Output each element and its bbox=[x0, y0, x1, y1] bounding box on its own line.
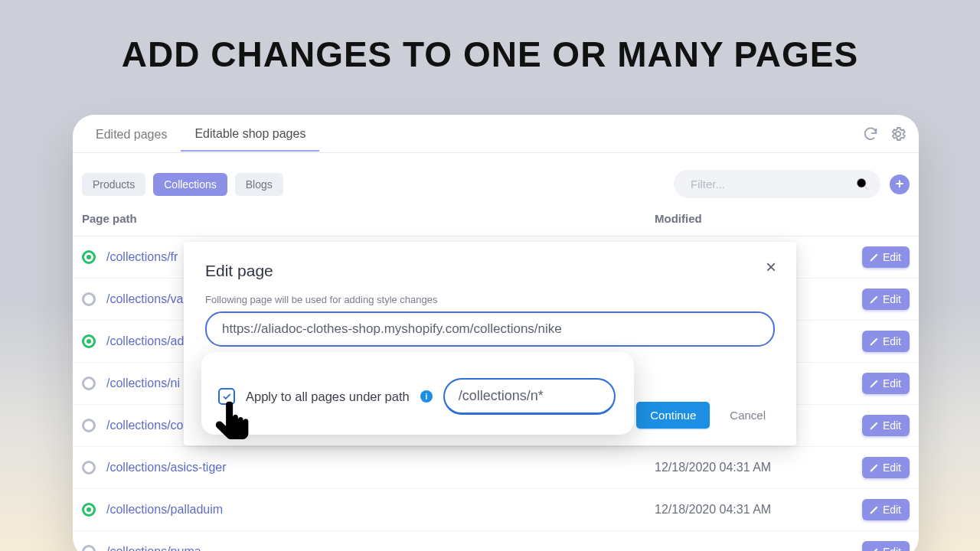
edit-label: Edit bbox=[883, 546, 901, 551]
edit-button[interactable]: Edit bbox=[862, 499, 910, 520]
dialog-close-button[interactable]: × bbox=[758, 254, 784, 280]
table-row: /collections/asics-tiger12/18/2020 04:31… bbox=[73, 447, 919, 489]
apply-path-card: Apply to all pages under path i bbox=[201, 352, 634, 435]
pencil-icon bbox=[869, 295, 879, 305]
row-path-text: /collections/ad bbox=[106, 334, 184, 348]
edit-button[interactable]: Edit bbox=[862, 541, 910, 551]
edit-label: Edit bbox=[883, 419, 901, 432]
apply-all-label: Apply to all pages under path bbox=[246, 390, 410, 404]
info-icon[interactable]: i bbox=[420, 390, 433, 403]
dialog-title: Edit page bbox=[205, 262, 775, 280]
dialog-hint: Following page will be used for adding s… bbox=[205, 294, 775, 305]
search-icon bbox=[854, 176, 870, 191]
chip-blogs[interactable]: Blogs bbox=[235, 173, 283, 196]
row-modified: 12/18/2020 04:31 AM bbox=[655, 503, 850, 517]
refresh-icon bbox=[862, 126, 879, 142]
row-path[interactable]: /collections/puma bbox=[82, 545, 655, 551]
row-path-text: /collections/palladuim bbox=[106, 503, 223, 517]
edit-label: Edit bbox=[883, 461, 901, 474]
row-path[interactable]: /collections/asics-tiger bbox=[82, 461, 655, 474]
status-indicator bbox=[82, 334, 96, 348]
status-indicator bbox=[82, 545, 96, 551]
chip-products[interactable]: Products bbox=[82, 173, 145, 196]
filter-input[interactable] bbox=[674, 170, 880, 198]
pencil-icon bbox=[869, 463, 879, 473]
page-url-input[interactable] bbox=[205, 311, 775, 347]
continue-button[interactable]: Continue bbox=[636, 402, 710, 429]
edit-label: Edit bbox=[883, 335, 901, 347]
pencil-icon bbox=[869, 505, 879, 515]
edit-button[interactable]: Edit bbox=[862, 415, 910, 436]
table-header: Page path Modified bbox=[73, 206, 919, 236]
apply-path-input[interactable] bbox=[443, 378, 616, 415]
edit-button[interactable]: Edit bbox=[862, 331, 910, 352]
hero-title: ADD CHANGES TO ONE OR MANY PAGES bbox=[0, 0, 980, 75]
svg-point-0 bbox=[857, 178, 866, 187]
pencil-icon bbox=[869, 547, 879, 552]
row-path-text: /collections/ni bbox=[106, 377, 180, 390]
row-path-text: /collections/asics-tiger bbox=[106, 461, 227, 474]
pencil-icon bbox=[869, 421, 879, 431]
th-modified: Modified bbox=[655, 212, 850, 225]
toolbar: Products Collections Blogs + bbox=[73, 153, 919, 206]
tabs-bar: Edited pages Editable shop pages bbox=[73, 115, 919, 153]
edit-label: Edit bbox=[883, 377, 901, 390]
status-indicator bbox=[82, 377, 96, 390]
pointer-hand-icon bbox=[211, 396, 253, 452]
row-path[interactable]: /collections/palladuim bbox=[82, 503, 655, 517]
table-row: /collections/palladuim12/18/2020 04:31 A… bbox=[73, 489, 919, 531]
edit-label: Edit bbox=[883, 293, 901, 305]
edit-button[interactable]: Edit bbox=[862, 373, 910, 394]
table-row: /collections/pumaEdit bbox=[73, 531, 919, 551]
settings-button[interactable] bbox=[887, 122, 910, 145]
filter-wrap bbox=[674, 170, 880, 198]
row-path-text: /collections/puma bbox=[106, 545, 201, 551]
pencil-icon bbox=[869, 253, 879, 262]
status-indicator bbox=[82, 503, 96, 517]
status-indicator bbox=[82, 461, 96, 474]
chip-collections[interactable]: Collections bbox=[153, 173, 227, 196]
row-path-text: /collections/va bbox=[106, 292, 184, 306]
add-page-button[interactable]: + bbox=[890, 174, 910, 194]
cancel-button[interactable]: Cancel bbox=[720, 402, 775, 429]
edit-button[interactable]: Edit bbox=[862, 457, 910, 478]
pencil-icon bbox=[869, 379, 879, 389]
status-indicator bbox=[82, 419, 96, 432]
pencil-icon bbox=[869, 337, 879, 347]
th-page-path: Page path bbox=[82, 212, 655, 225]
row-modified: 12/18/2020 04:31 AM bbox=[655, 461, 850, 474]
status-indicator bbox=[82, 250, 96, 264]
status-indicator bbox=[82, 292, 96, 306]
row-path-text: /collections/co bbox=[106, 419, 184, 432]
tab-editable-shop-pages[interactable]: Editable shop pages bbox=[181, 116, 319, 152]
edit-label: Edit bbox=[883, 251, 901, 263]
edit-button[interactable]: Edit bbox=[862, 246, 910, 268]
refresh-button[interactable] bbox=[859, 122, 882, 145]
row-path-text: /collections/fr bbox=[106, 250, 178, 264]
edit-button[interactable]: Edit bbox=[862, 289, 910, 310]
tab-edited-pages[interactable]: Edited pages bbox=[82, 117, 181, 151]
gear-icon bbox=[890, 126, 906, 142]
edit-label: Edit bbox=[883, 504, 901, 516]
